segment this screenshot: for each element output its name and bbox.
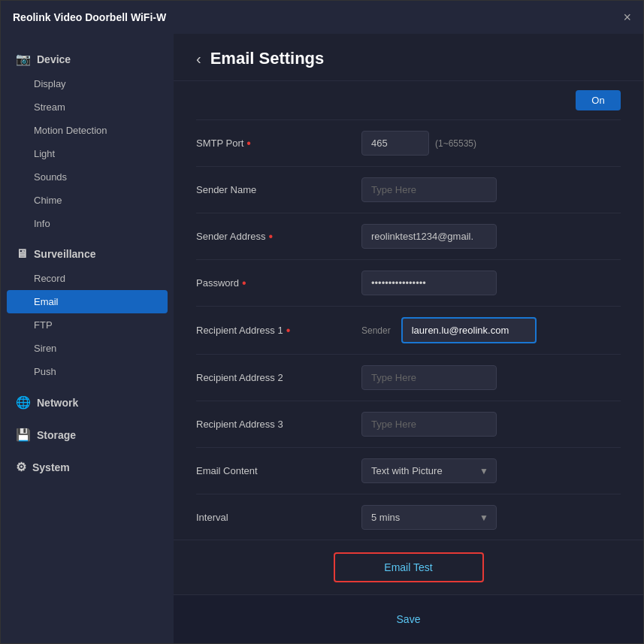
form-container: On SMTP Port • (1~65535) Sender Name bbox=[174, 81, 643, 540]
save-row: Save bbox=[174, 595, 643, 643]
sidebar-section-storage-label: Storage bbox=[37, 429, 76, 441]
email-content-dropdown[interactable]: Text with Picture ▼ bbox=[361, 458, 497, 483]
smtp-port-wrapper: (1~65535) bbox=[361, 131, 621, 156]
sender-address-required: • bbox=[269, 230, 274, 243]
sidebar-item-display[interactable]: Display bbox=[1, 72, 174, 95]
sidebar-item-light[interactable]: Light bbox=[1, 142, 174, 165]
app-body: 📷 Device Display Stream Motion Detection… bbox=[1, 34, 643, 643]
close-button[interactable]: × bbox=[623, 11, 631, 24]
interval-wrapper: 5 mins ▼ bbox=[361, 505, 621, 530]
sidebar-section-device-label: Device bbox=[37, 53, 71, 65]
partial-top-row: On bbox=[196, 81, 621, 120]
sidebar: 📷 Device Display Stream Motion Detection… bbox=[1, 34, 174, 643]
sidebar-item-info[interactable]: Info bbox=[1, 212, 174, 235]
password-label: Password • bbox=[196, 277, 361, 290]
sidebar-section-surveillance-header: 🖥 Surveillance bbox=[1, 241, 174, 267]
sidebar-item-record[interactable]: Record bbox=[1, 267, 174, 290]
sender-address-input[interactable] bbox=[361, 224, 497, 249]
sender-name-row: Sender Name bbox=[196, 167, 621, 213]
sender-name-wrapper bbox=[361, 177, 621, 202]
main-content: ‹ Email Settings On SMTP Port • bbox=[174, 34, 643, 643]
app-window: Reolink Video Doorbell WiFi-W × 📷 Device… bbox=[0, 0, 644, 644]
email-content-row: Email Content Text with Picture ▼ bbox=[196, 448, 621, 494]
sidebar-section-system-label: System bbox=[32, 461, 70, 473]
sidebar-section-system: ⚙ System bbox=[1, 454, 174, 480]
back-arrow-icon[interactable]: ‹ bbox=[196, 50, 201, 68]
sidebar-item-email[interactable]: Email bbox=[7, 290, 168, 313]
email-content-arrow-icon: ▼ bbox=[472, 466, 496, 476]
smtp-port-hint: (1~65535) bbox=[435, 138, 476, 149]
globe-icon: 🌐 bbox=[16, 395, 31, 410]
sidebar-item-push[interactable]: Push bbox=[1, 360, 174, 383]
sidebar-item-motion-detection[interactable]: Motion Detection bbox=[1, 119, 174, 142]
recipient-1-label: Recipient Address 1 • bbox=[196, 324, 361, 337]
smtp-port-label: SMTP Port • bbox=[196, 137, 361, 150]
sender-tag: Sender bbox=[361, 325, 391, 336]
sidebar-section-system-header[interactable]: ⚙ System bbox=[1, 454, 174, 480]
interval-arrow-icon: ▼ bbox=[472, 512, 496, 523]
sidebar-section-device: 📷 Device Display Stream Motion Detection… bbox=[1, 46, 174, 235]
password-wrapper bbox=[361, 271, 621, 295]
camera-icon: 📷 bbox=[16, 52, 31, 66]
title-bar: Reolink Video Doorbell WiFi-W × bbox=[1, 1, 643, 34]
sidebar-section-surveillance-label: Surveillance bbox=[34, 248, 96, 260]
recipient-3-label: Recipient Address 3 bbox=[196, 419, 361, 430]
smtp-port-required: • bbox=[246, 137, 251, 150]
page-title: Email Settings bbox=[210, 49, 325, 68]
sender-name-label: Sender Name bbox=[196, 184, 361, 195]
recipient-2-input[interactable] bbox=[361, 365, 497, 390]
interval-row: Interval 5 mins ▼ bbox=[196, 494, 621, 540]
recipient-2-label: Recipient Address 2 bbox=[196, 372, 361, 383]
recipient-1-row: Recipient Address 1 • Sender bbox=[196, 307, 621, 355]
monitor-icon: 🖥 bbox=[16, 247, 28, 261]
email-content-value: Text with Picture bbox=[362, 459, 472, 482]
sender-address-wrapper bbox=[361, 224, 621, 249]
recipient-3-row: Recipient Address 3 bbox=[196, 401, 621, 448]
email-content-label: Email Content bbox=[196, 465, 361, 476]
interval-dropdown[interactable]: 5 mins ▼ bbox=[361, 505, 497, 530]
password-input[interactable] bbox=[361, 271, 497, 295]
smtp-port-row: SMTP Port • (1~65535) bbox=[196, 120, 621, 167]
email-test-button[interactable]: Email Test bbox=[334, 552, 484, 582]
password-required: • bbox=[242, 277, 246, 290]
email-test-row: Email Test bbox=[174, 540, 643, 595]
interval-label: Interval bbox=[196, 512, 361, 523]
sidebar-section-device-header: 📷 Device bbox=[1, 46, 174, 72]
ssl-tls-toggle[interactable]: On bbox=[576, 90, 621, 110]
sender-address-label: Sender Address • bbox=[196, 230, 361, 243]
sidebar-section-surveillance: 🖥 Surveillance Record Email FTP Siren Pu… bbox=[1, 241, 174, 383]
sidebar-section-network-label: Network bbox=[37, 397, 78, 409]
sidebar-section-network: 🌐 Network bbox=[1, 389, 174, 416]
recipient-2-row: Recipient Address 2 bbox=[196, 355, 621, 401]
password-row: Password • bbox=[196, 260, 621, 307]
sidebar-item-stream[interactable]: Stream bbox=[1, 95, 174, 119]
interval-value: 5 mins bbox=[362, 506, 472, 529]
recipient-1-wrapper: Sender bbox=[361, 317, 621, 343]
sidebar-item-ftp[interactable]: FTP bbox=[1, 313, 174, 337]
sender-address-row: Sender Address • bbox=[196, 213, 621, 260]
footer-actions: Email Test Save bbox=[174, 540, 643, 643]
recipient-3-input[interactable] bbox=[361, 412, 497, 437]
email-content-wrapper: Text with Picture ▼ bbox=[361, 458, 621, 483]
sidebar-item-chime[interactable]: Chime bbox=[1, 189, 174, 212]
gear-icon: ⚙ bbox=[16, 460, 26, 474]
sender-name-input[interactable] bbox=[361, 177, 497, 202]
sidebar-section-storage: 💾 Storage bbox=[1, 422, 174, 448]
sidebar-item-sounds[interactable]: Sounds bbox=[1, 165, 174, 189]
page-header: ‹ Email Settings bbox=[174, 34, 643, 81]
smtp-port-input[interactable] bbox=[361, 131, 429, 156]
recipient-1-input[interactable] bbox=[401, 317, 537, 343]
recipient-3-wrapper bbox=[361, 412, 621, 437]
recipient-1-required: • bbox=[286, 324, 291, 337]
sidebar-item-siren[interactable]: Siren bbox=[1, 337, 174, 360]
storage-icon: 💾 bbox=[16, 428, 31, 442]
recipient-2-wrapper bbox=[361, 365, 621, 390]
save-button[interactable]: Save bbox=[367, 607, 451, 631]
sidebar-section-storage-header[interactable]: 💾 Storage bbox=[1, 422, 174, 448]
sidebar-section-network-header[interactable]: 🌐 Network bbox=[1, 389, 174, 416]
app-title: Reolink Video Doorbell WiFi-W bbox=[13, 11, 166, 23]
